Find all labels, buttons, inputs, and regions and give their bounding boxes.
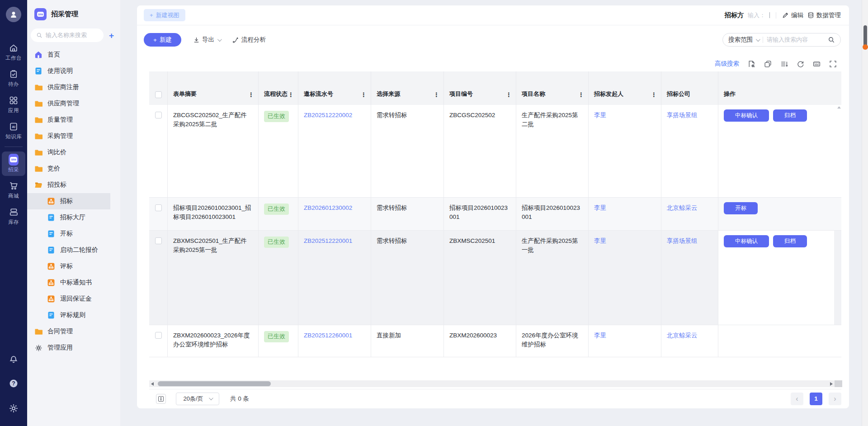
company-link[interactable]: 享搭场景组 [667, 112, 698, 118]
sidebar-item-0[interactable]: 首页 [27, 47, 110, 63]
flow-analysis-button[interactable]: 流程分析 [232, 36, 266, 44]
sidebar-item-6[interactable]: 询比价 [27, 144, 110, 161]
advanced-search-link[interactable]: 高级搜索 [715, 60, 739, 68]
scrollbar-thumb[interactable] [158, 381, 271, 386]
add-app-button[interactable]: + [107, 31, 116, 40]
row-checkbox[interactable] [155, 112, 162, 118]
next-page-button[interactable]: › [829, 393, 841, 405]
cell-serial: ZB202512220001 [298, 231, 371, 325]
serial-link[interactable]: ZB202512220001 [304, 237, 352, 244]
action-button[interactable]: 中标确认 [724, 235, 769, 247]
sidebar-item-12[interactable]: 启动二轮报价 [27, 242, 110, 258]
refresh-icon[interactable] [797, 60, 804, 68]
column-menu-icon[interactable]: ⋮ [651, 91, 656, 98]
rail-items: 工作台待办应用AI知识库SRM招采商城库存 [0, 40, 27, 230]
initiator-link[interactable]: 李里 [594, 332, 606, 339]
initiator-link[interactable]: 李里 [594, 204, 606, 211]
action-button[interactable]: 中标确认 [724, 109, 769, 122]
rail-item-mall[interactable]: 商城 [2, 178, 25, 202]
sidebar-item-4[interactable]: 质量管理 [27, 112, 110, 128]
column-menu-icon[interactable]: ⋮ [506, 91, 511, 98]
sidebar-item-14[interactable]: 中标通知书 [27, 275, 110, 291]
rail-item-srm[interactable]: SRM招采 [2, 151, 25, 176]
company-link[interactable]: 北京鲸采云 [667, 204, 698, 211]
prev-page-button[interactable]: ‹ [791, 393, 803, 405]
column-menu-icon[interactable]: ⋮ [361, 91, 366, 98]
row-height-icon[interactable] [156, 394, 166, 404]
column-menu-icon[interactable]: ⋮ [248, 91, 254, 98]
column-header-3: 选择来源⋮ [371, 71, 444, 105]
scroll-up-arrow[interactable] [837, 106, 841, 109]
cell-serial: ZB202601230002 [298, 198, 371, 230]
column-menu-icon[interactable]: ⋮ [288, 91, 293, 98]
company-link[interactable]: 享搭场景组 [667, 237, 698, 244]
current-page-button[interactable]: 1 [810, 393, 822, 405]
serial-link[interactable]: ZB202601230002 [304, 204, 352, 211]
party-input[interactable]: 输入： [748, 11, 765, 19]
edit-button[interactable]: 编辑 [782, 11, 803, 19]
sidebar-item-1[interactable]: 使用说明 [27, 63, 110, 79]
action-button[interactable]: 归档 [773, 235, 807, 247]
select-all-checkbox[interactable] [155, 91, 162, 98]
row-checkbox[interactable] [155, 332, 162, 339]
page-size-select[interactable]: 20条/页 [176, 393, 219, 405]
window-scrollbar[interactable] [862, 0, 868, 426]
sidebar-item-2[interactable]: 供应商注册 [27, 79, 110, 95]
data-manage-button[interactable]: 数据管理 [807, 11, 841, 19]
scrollbar-track[interactable] [156, 381, 828, 386]
column-menu-icon[interactable]: ⋮ [434, 91, 439, 98]
rail-item-knowledge[interactable]: AI知识库 [2, 118, 25, 143]
rail-item-workbench[interactable]: 工作台 [2, 40, 25, 64]
serial-link[interactable]: ZB202512220002 [304, 112, 352, 118]
sidebar-item-7[interactable]: 竞价 [27, 161, 110, 177]
rail-item-todo[interactable]: 待办 [2, 66, 25, 90]
table-vertical-scrollbar[interactable] [835, 105, 842, 386]
initiator-link[interactable]: 李里 [594, 237, 606, 244]
create-button[interactable]: + 新建 [144, 33, 181, 47]
new-view-button[interactable]: + 新建视图 [144, 9, 185, 21]
help-icon[interactable]: ? [9, 379, 19, 388]
stamp-icon[interactable] [764, 60, 772, 68]
sidebar-search-input[interactable]: 输入名称来搜索 [31, 28, 104, 42]
search-icon[interactable] [828, 36, 835, 43]
row-checkbox[interactable] [155, 237, 162, 244]
column-header-2: 邀标流水号⋮ [298, 71, 371, 105]
doc-view-icon[interactable] [748, 60, 755, 68]
sidebar-item-8[interactable]: 招投标 [27, 177, 110, 193]
search-input[interactable]: 请输入搜索内容 [767, 36, 824, 44]
company-link[interactable]: 北京鲸采云 [667, 332, 698, 339]
expand-icon[interactable] [829, 60, 837, 68]
sidebar-item-17[interactable]: 合同管理 [27, 323, 110, 340]
gear-icon[interactable] [9, 403, 19, 413]
sidebar-item-label: 招投标 [47, 181, 66, 189]
cell-source: 需求转招标 [371, 231, 444, 325]
rail-item-apps[interactable]: 应用 [2, 92, 25, 117]
column-menu-icon[interactable]: ⋮ [578, 91, 584, 98]
sidebar-item-10[interactable]: 招标大厅 [27, 209, 110, 226]
scroll-right-arrow[interactable] [828, 382, 835, 386]
sidebar-item-13[interactable]: 评标 [27, 258, 110, 275]
row-checkbox[interactable] [155, 204, 162, 211]
user-avatar[interactable] [6, 7, 21, 22]
sidebar-item-11[interactable]: 开标 [27, 226, 110, 242]
list-settings-icon[interactable] [780, 60, 788, 68]
action-button[interactable]: 归档 [773, 109, 807, 122]
row-select-cell [149, 231, 168, 325]
export-button[interactable]: 导出 [193, 36, 221, 44]
sidebar-item-15[interactable]: 退回保证金 [27, 291, 110, 307]
search-scope-select[interactable]: 搜索范围 [728, 36, 759, 44]
sidebar-item-3[interactable]: 供应商管理 [27, 95, 110, 112]
sidebar-item-label: 首页 [47, 51, 60, 59]
serial-link[interactable]: ZB202512260001 [304, 332, 352, 339]
sidebar-item-9[interactable]: 招标 [27, 193, 110, 209]
column-label: 招标发起人 [594, 90, 623, 98]
initiator-link[interactable]: 李里 [594, 112, 606, 118]
keyboard-icon[interactable] [813, 60, 821, 68]
sidebar-item-5[interactable]: 采购管理 [27, 128, 110, 144]
sidebar-item-18[interactable]: 管理应用 [27, 340, 110, 356]
bell-icon[interactable] [9, 354, 19, 364]
scroll-left-arrow[interactable] [149, 382, 156, 386]
sidebar-item-16[interactable]: 评标规则 [27, 307, 110, 323]
action-button[interactable]: 开标 [724, 202, 758, 214]
rail-item-inventory[interactable]: 库存 [2, 204, 25, 228]
